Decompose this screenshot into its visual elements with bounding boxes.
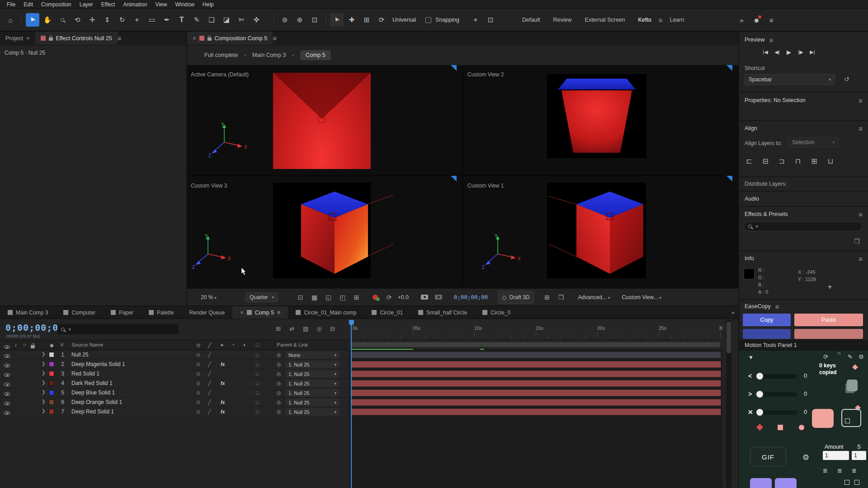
easecopy-extra-button[interactable]: [743, 329, 791, 339]
menu-window[interactable]: Window: [171, 1, 198, 8]
previous-frame-button[interactable]: ◀|: [771, 47, 783, 57]
layer-row[interactable]: ❯ 2 Deep Magenta Solid 1 ⊙ ╱ fx □ ◎ 1. N…: [0, 360, 349, 369]
layer-color-swatch[interactable]: [49, 361, 54, 367]
exposure-value[interactable]: +0.0: [398, 294, 409, 300]
play-button[interactable]: ▶: [783, 47, 795, 57]
ease-both-slider[interactable]: [757, 410, 797, 415]
layer-color-swatch[interactable]: [49, 352, 54, 357]
3d-switch-icon[interactable]: □: [256, 390, 259, 395]
amount-input[interactable]: 1: [823, 451, 849, 460]
purple-action-button[interactable]: [750, 478, 772, 488]
layer-color-swatch[interactable]: [49, 390, 54, 395]
ease-in-slider[interactable]: [757, 374, 797, 379]
3d-switch-icon[interactable]: □: [256, 371, 259, 376]
align-h-center-button[interactable]: ⊟: [759, 156, 772, 165]
retain-subsample-icon[interactable]: ◎: [316, 325, 321, 332]
collapse-switch-icon[interactable]: ⊙: [196, 361, 200, 367]
effects-presets-panel-header[interactable]: Effects & Presets≡: [739, 209, 868, 220]
channel-view-icon[interactable]: [370, 292, 380, 302]
fx-badge[interactable]: fx: [221, 380, 225, 386]
draft-3d-toggle[interactable]: ◇Draft 3D: [498, 291, 533, 304]
eye-icon[interactable]: [4, 400, 10, 407]
parent-link-column-header[interactable]: Parent & Link: [277, 342, 308, 347]
eye-icon[interactable]: [4, 353, 10, 359]
audio-panel-header[interactable]: Audio: [739, 193, 868, 204]
pick-whip-icon[interactable]: ◎: [277, 352, 281, 358]
expand-arrow-icon[interactable]: ❯: [42, 399, 45, 404]
caret-down-icon[interactable]: ▼: [748, 354, 754, 361]
grid-icon[interactable]: ⊞: [360, 13, 373, 27]
orbit-camera-tool[interactable]: ⟲: [71, 13, 84, 27]
breadcrumb-mid[interactable]: Main Comp 3: [252, 52, 286, 58]
layer-color-swatch[interactable]: [49, 399, 54, 405]
align-v-center-button[interactable]: ⊞: [808, 156, 821, 165]
timeline-tab-active[interactable]: ×Comp 5≡: [232, 306, 288, 319]
panel-menu-icon[interactable]: ≡: [859, 125, 863, 132]
selection-tool[interactable]: ➤: [26, 13, 39, 27]
menu-help[interactable]: Help: [198, 1, 218, 8]
timeline-tab[interactable]: Paper: [103, 306, 141, 319]
eye-icon[interactable]: [4, 381, 10, 388]
ease-in-value[interactable]: 0: [804, 372, 807, 379]
panel-menu-icon[interactable]: ≡: [859, 255, 863, 263]
snapping-checkbox[interactable]: [425, 17, 431, 23]
timeline-tab[interactable]: Small_half Circle: [410, 306, 475, 319]
pan-behind-tool[interactable]: ⌖: [130, 13, 144, 27]
reset-rotation-icon[interactable]: ⟳: [375, 13, 388, 27]
layer-name[interactable]: Red Solid 1: [71, 371, 99, 377]
sequence-list-icon[interactable]: ≣: [852, 467, 857, 474]
collapse-switch-icon[interactable]: ⊙: [196, 409, 200, 415]
easecopy-panel-header[interactable]: EaseCopy≡: [739, 301, 868, 312]
close-icon[interactable]: ×: [26, 35, 30, 42]
menu-effect[interactable]: Effect: [97, 1, 119, 8]
collapse-switch-icon[interactable]: ⊙: [196, 380, 200, 386]
overflow-chevrons-icon[interactable]: »: [728, 309, 738, 316]
layer-name[interactable]: Deep Blue Solid 1: [71, 389, 115, 396]
align-right-button[interactable]: ⊐: [775, 156, 788, 165]
comp-frame-red-solid[interactable]: [273, 73, 371, 169]
resolution-dropdown[interactable]: Quarter▾: [245, 292, 278, 302]
region-of-interest-icon[interactable]: ◰: [337, 292, 348, 302]
quality-switch-icon[interactable]: ╱: [208, 352, 211, 358]
layer-name[interactable]: Deep Orange Solid 1: [71, 399, 122, 405]
quality-switch-icon[interactable]: ╱: [208, 380, 211, 386]
3d-switch-icon[interactable]: □: [256, 409, 259, 414]
pick-whip-icon[interactable]: ◎: [277, 409, 281, 415]
quality-switch-icon[interactable]: ╱: [208, 390, 211, 396]
layer-row[interactable]: ❯ 4 Dark Red Solid 1 ⊙ ╱ fx □ ◎ 1. Null …: [0, 379, 349, 388]
next-frame-button[interactable]: |▶: [795, 47, 807, 57]
eraser-tool[interactable]: ◪: [220, 13, 233, 27]
timeline-tab-render-queue[interactable]: Render Queue: [181, 306, 232, 319]
menu-edit[interactable]: Edit: [19, 1, 37, 8]
eye-icon[interactable]: [4, 410, 10, 416]
align-top-button[interactable]: ⊓: [792, 156, 804, 165]
pencil-icon[interactable]: ✎: [848, 353, 853, 360]
quality-switch-icon[interactable]: ╱: [208, 399, 211, 405]
collapse-switch-icon[interactable]: ⊙: [196, 352, 200, 358]
quality-switch-icon[interactable]: ╱: [208, 361, 211, 367]
collapse-switch-icon[interactable]: ⊙: [196, 399, 200, 405]
layer-bar[interactable]: [351, 361, 721, 368]
align-left-button[interactable]: ⊏: [743, 156, 755, 165]
quality-switch-icon[interactable]: ╱: [208, 371, 211, 377]
expand-arrow-icon[interactable]: ❯: [42, 380, 45, 385]
slider-knob[interactable]: [756, 373, 763, 380]
pick-whip-icon[interactable]: ◎: [277, 371, 281, 377]
pan-camera-tool[interactable]: ✛: [85, 13, 99, 27]
track-camera-icon[interactable]: ⊚: [278, 13, 292, 27]
preview-panel-header[interactable]: Preview≡: [739, 34, 868, 45]
fx-badge[interactable]: fx: [221, 409, 225, 414]
mask-feather-icon[interactable]: ⊕: [293, 13, 307, 27]
slider-knob[interactable]: [756, 391, 763, 398]
layer-bar[interactable]: [351, 380, 721, 387]
expand-arrow-icon[interactable]: ❯: [42, 408, 45, 413]
ease-out-value[interactable]: 0: [804, 390, 807, 397]
sequence-list-icon[interactable]: ≣: [837, 467, 842, 474]
type-tool[interactable]: T: [175, 13, 189, 27]
stabilize-icon[interactable]: ⊡: [308, 13, 321, 27]
expand-arrow-icon[interactable]: ❯: [42, 389, 45, 394]
panel-menu-icon[interactable]: ≡: [769, 36, 773, 44]
panel-menu-icon[interactable]: ≡: [775, 303, 779, 310]
timeline-tab[interactable]: Main Comp 3: [0, 306, 56, 319]
parent-dropdown[interactable]: 1. Null 25▾: [286, 399, 339, 406]
